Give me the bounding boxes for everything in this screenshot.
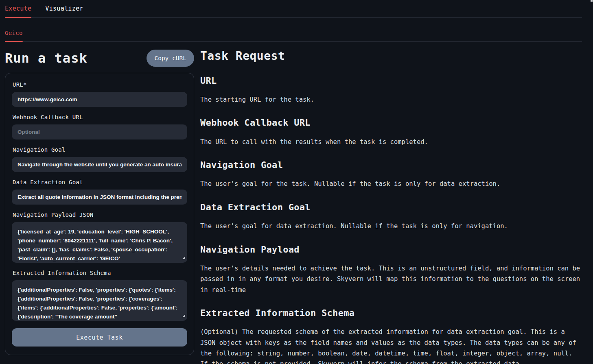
copy-curl-button[interactable]: Copy cURL: [147, 50, 194, 67]
navigation-payload-label: Navigation Payload JSON: [13, 211, 186, 218]
docs-body-webhook: The URL to call with the results when th…: [200, 137, 581, 147]
navigation-payload-wrap: {'licensed_at_age': 19, 'education_level…: [12, 222, 187, 263]
navigation-goal-label: Navigation Goal: [13, 146, 186, 153]
url-input[interactable]: [12, 92, 187, 107]
task-form-column: Run a task Copy cURL URL* Webhook Callba…: [5, 42, 194, 355]
data-extraction-goal-input[interactable]: [12, 190, 187, 205]
task-form-card: URL* Webhook Callback URL Navigation Goa…: [5, 73, 194, 355]
docs-heading-data-extraction-goal: Data Extraction Goal: [200, 202, 581, 213]
execute-task-button[interactable]: Execute Task: [12, 328, 187, 347]
tab-visualizer[interactable]: Visualizer: [45, 5, 83, 17]
docs-heading-navigation-payload: Navigation Payload: [200, 244, 581, 255]
docs-title: Task Request: [200, 49, 581, 63]
extracted-schema-textarea[interactable]: {'additionalProperties': False, 'propert…: [12, 280, 187, 321]
form-header: Run a task Copy cURL: [5, 48, 194, 68]
extracted-schema-label: Extracted Information Schema: [13, 270, 186, 276]
extracted-schema-wrap: {'additionalProperties': False, 'propert…: [12, 280, 187, 321]
docs-body-extracted-schema: (Optional) The requested schema of the e…: [200, 327, 581, 364]
docs-body-navigation-payload: The user's details needed to achieve the…: [200, 263, 581, 295]
webhook-label: Webhook Callback URL: [13, 114, 186, 120]
top-tab-bar: Execute Visualizer: [5, 0, 582, 18]
docs-heading-url: URL: [200, 76, 581, 86]
docs-body-url: The starting URL for the task.: [200, 94, 581, 105]
navigation-payload-textarea[interactable]: {'licensed_at_age': 19, 'education_level…: [12, 222, 187, 263]
url-label: URL*: [13, 81, 186, 88]
docs-body-navigation-goal: The user's goal for the task. Nullable i…: [200, 179, 581, 189]
webhook-input[interactable]: [12, 124, 187, 139]
navigation-goal-input[interactable]: [12, 157, 187, 172]
sub-tab-bar: Geico: [5, 18, 582, 42]
tab-geico[interactable]: Geico: [5, 30, 23, 41]
scrollbar-artifact: [591, 0, 593, 2]
tab-execute[interactable]: Execute: [5, 5, 31, 17]
main-content: Run a task Copy cURL URL* Webhook Callba…: [0, 42, 593, 364]
task-request-docs: Task Request URL The starting URL for th…: [194, 42, 593, 364]
docs-heading-navigation-goal: Navigation Goal: [200, 160, 581, 170]
docs-body-data-extraction-goal: The user's goal for data extraction. Nul…: [200, 221, 581, 231]
docs-heading-extracted-schema: Extracted Information Schema: [200, 308, 581, 318]
docs-heading-webhook: Webhook Callback URL: [200, 118, 581, 128]
page-title: Run a task: [5, 50, 88, 66]
data-extraction-goal-label: Data Extraction Goal: [13, 179, 186, 185]
